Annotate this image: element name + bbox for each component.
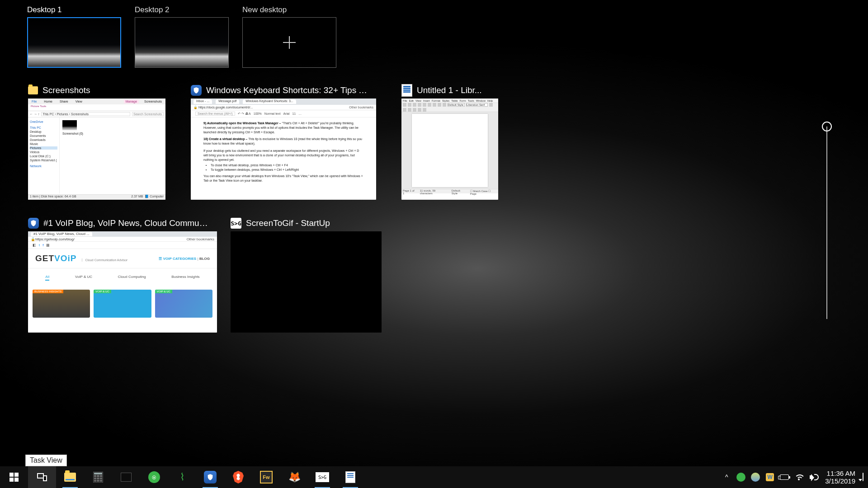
terminal-icon: [121, 473, 132, 482]
explorer-search: Search Screenshots: [132, 112, 164, 116]
gv-tagline: Cloud Communication Advisor: [82, 258, 127, 262]
action-center-button[interactable]: [863, 473, 863, 481]
battery-icon: [780, 474, 789, 480]
w-menu-table: Table: [451, 99, 458, 102]
calculator-icon: [93, 472, 103, 483]
window-screentogif[interactable]: S>G ScreenToGif - StartUp: [231, 217, 382, 333]
gv-tab-voip: VoIP & UC: [75, 275, 92, 281]
w-menu-file: File: [403, 99, 407, 102]
w-menu-form: Form: [460, 99, 466, 102]
nav-pictures: Pictures: [30, 146, 57, 150]
gdoc-zoom: 100%: [254, 112, 262, 115]
gdoc-li1: To close the virtual desktop, press Wind…: [211, 163, 363, 168]
gv-url: https://getvoip.com/blog/: [35, 237, 187, 241]
gdoc-font: Arial: [283, 112, 289, 115]
w-menu-styles: Styles: [442, 99, 449, 102]
task-view-button[interactable]: [28, 466, 56, 488]
tray-overflow[interactable]: ^: [722, 473, 731, 482]
explorer-tab-share: Share: [58, 99, 70, 103]
browser-shield-icon: [204, 471, 217, 483]
taskbar-fireworks[interactable]: Fw: [252, 466, 280, 488]
gv-tab-cloud: Cloud Computing: [118, 275, 146, 281]
gdoc-p9-bold: 9) Automatically open the Windows Task M…: [203, 122, 282, 125]
w-menu-tools: Tools: [468, 99, 474, 102]
explorer-tab-manage: Manage: [124, 99, 139, 103]
gdoc-p10-bold: 10) Create a virtual desktop –: [203, 137, 248, 141]
nav-onedrive: OneDrive: [30, 120, 57, 123]
new-desktop-thumb[interactable]: [242, 17, 336, 68]
timeline-scrubber[interactable]: [826, 127, 827, 319]
virtual-desktop-1[interactable]: Desktop 1: [27, 5, 121, 68]
fireworks-icon: Fw: [260, 471, 273, 483]
nav-sysres: System Reserved (: [30, 159, 57, 162]
taskbar-terminal[interactable]: [112, 466, 140, 488]
gdoc-p10a: If your desktop gets too cluttered and y…: [203, 149, 363, 162]
explorer-tab-file: File: [30, 99, 38, 103]
taskbar-app-green[interactable]: ⍟: [140, 466, 168, 488]
window-voip-blog[interactable]: #1 VoIP Blog, VoIP News, Cloud Communica…: [28, 217, 217, 333]
nav-network: Network: [30, 164, 57, 168]
w-menu-view: View: [415, 99, 421, 102]
windows-logo-icon: [9, 473, 19, 482]
tray-app-2[interactable]: [751, 473, 760, 482]
nav-localc: Local Disk (C:): [30, 155, 57, 158]
tray-app-3[interactable]: W: [765, 473, 774, 482]
gimp-icon: 🦊: [288, 471, 301, 483]
browser-tab-3: Windows Keyboard Shortcuts: 3...: [243, 99, 296, 104]
gv-logo-get: GET: [35, 253, 54, 263]
taskbar-calculator[interactable]: [84, 466, 112, 488]
window-writer-thumb[interactable]: File Edit View Insert Format Styles Tabl…: [401, 99, 498, 200]
plus-icon: [283, 36, 296, 49]
w-status-words: 11 words, 59 characters: [420, 189, 448, 193]
gdoc-style: Normal text: [264, 112, 281, 115]
taskbar-feed-reader[interactable]: ⌇: [168, 466, 196, 488]
browser-icon: [28, 218, 39, 229]
window-shortcuts-thumb[interactable]: Inbox - ... Message.pdf Windows Keyboard…: [191, 99, 376, 200]
taskbar-screentogif[interactable]: S>G: [308, 466, 336, 488]
w-page: [412, 114, 488, 187]
taskbar-browser[interactable]: [196, 466, 224, 488]
window-shortcuts-title: Windows Keyboard Shortcuts: 32+ Tips To …: [206, 85, 369, 95]
taskbar-libreoffice-writer[interactable]: [336, 466, 364, 488]
system-tray: ^ W: [722, 473, 818, 482]
gv-card1-tag: BUSINESS INSIGHTS: [33, 290, 63, 293]
explorer-path: This PC › Pictures › Screenshots: [41, 112, 130, 116]
taskbar-brave[interactable]: [224, 466, 252, 488]
task-view-tooltip: Task View: [25, 455, 67, 466]
speaker-icon: [810, 474, 817, 481]
explorer-window-title: Screenshots: [142, 99, 164, 103]
green-circle-icon: ⍟: [148, 471, 160, 483]
nav-videos: Videos: [30, 150, 57, 154]
window-s2g-title: ScreenToGif - StartUp: [246, 218, 330, 228]
screentogif-icon: S>G: [316, 472, 329, 482]
taskbar-clock[interactable]: 11:36 AM 3/15/2019: [825, 469, 855, 485]
gv-tab: #1 VoIP Blog, VoIP News, Cloud ...: [31, 232, 92, 236]
taskbar-file-explorer[interactable]: [56, 466, 84, 488]
task-view-icon: [37, 473, 47, 481]
window-screenshots-thumb[interactable]: File Home Share View Manage Screenshots …: [28, 99, 165, 200]
writer-icon: [401, 84, 412, 97]
tray-volume[interactable]: [809, 473, 818, 482]
new-desktop[interactable]: New desktop: [242, 5, 336, 68]
tray-battery[interactable]: [780, 473, 789, 482]
tray-wifi[interactable]: [794, 473, 803, 482]
virtual-desktop-1-thumb[interactable]: [27, 17, 121, 68]
start-button[interactable]: [0, 466, 28, 488]
tray-app-1[interactable]: [736, 473, 745, 482]
window-voip-thumb[interactable]: #1 VoIP Blog, VoIP News, Cloud ... 🔒 htt…: [28, 231, 217, 333]
w-menu-help: Help: [487, 99, 493, 102]
timeline-knob[interactable]: [822, 122, 832, 131]
virtual-desktop-2[interactable]: Desktop 2: [135, 5, 229, 68]
window-writer[interactable]: Untitled 1 - Libr... File Edit View Inse…: [401, 84, 498, 200]
tray-landscape-icon: [751, 473, 760, 482]
open-windows-grid: Screenshots File Home Share View Manage …: [28, 84, 534, 350]
virtual-desktop-2-thumb[interactable]: [135, 17, 229, 68]
window-shortcuts-doc[interactable]: Windows Keyboard Shortcuts: 32+ Tips To …: [191, 84, 376, 200]
window-s2g-thumb[interactable]: [231, 231, 382, 333]
nav-downloads: Downloads: [30, 138, 57, 141]
window-screenshots[interactable]: Screenshots File Home Share View Manage …: [28, 84, 165, 200]
taskbar-gimp[interactable]: 🦊: [280, 466, 308, 488]
file-thumb: [62, 120, 77, 130]
gdoc-menu-search: Search the menus (Alt+/): [195, 112, 235, 116]
w-menu-format: Format: [432, 99, 440, 102]
